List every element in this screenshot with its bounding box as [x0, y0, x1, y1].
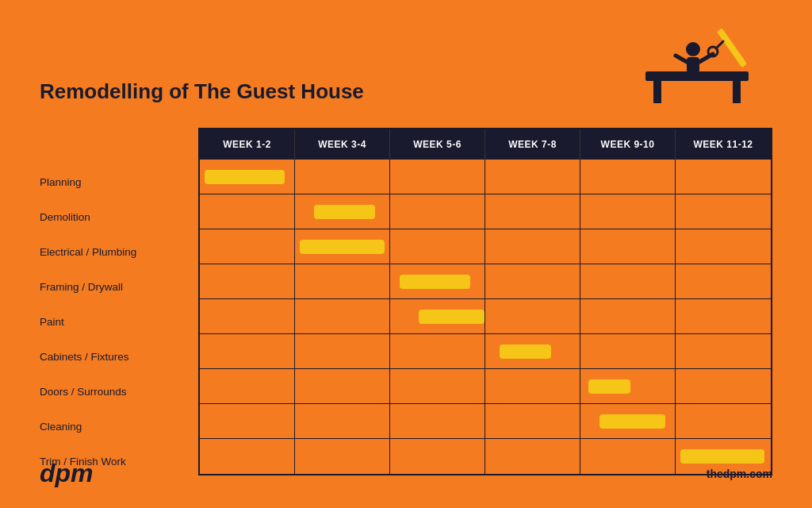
gantt-row-5 — [200, 334, 771, 369]
gantt-cell-3-2 — [390, 264, 485, 298]
svg-rect-2 — [733, 81, 741, 103]
gantt-cell-4-4 — [580, 299, 676, 333]
gantt-header: WEEK 1-2WEEK 3-4WEEK 5-6WEEK 7-8WEEK 9-1… — [200, 129, 771, 160]
gantt-cell-3-0 — [200, 264, 295, 298]
gantt-cell-6-5 — [676, 369, 771, 403]
gantt-cell-6-0 — [200, 369, 295, 403]
footer-logo: dpm — [40, 459, 94, 488]
gantt-cell-3-4 — [580, 264, 676, 298]
illustration — [622, 16, 764, 111]
bar-2 — [300, 240, 385, 254]
gantt-cell-1-4 — [580, 194, 676, 229]
gantt-cell-1-1 — [295, 194, 390, 229]
task-label-1: Demolition — [40, 199, 198, 234]
footer: dpm thedpm.com — [40, 459, 772, 488]
gantt-row-4 — [200, 299, 771, 334]
gantt-grid: WEEK 1-2WEEK 3-4WEEK 5-6WEEK 7-8WEEK 9-1… — [198, 128, 772, 475]
gantt-cell-2-3 — [485, 229, 580, 264]
gantt-cell-4-2 — [390, 299, 485, 333]
gantt-row-6 — [200, 369, 771, 404]
task-label-0: Planning — [40, 164, 198, 199]
header-cell-1: WEEK 3-4 — [295, 129, 390, 160]
gantt-cell-5-5 — [676, 334, 771, 368]
svg-rect-3 — [717, 28, 747, 67]
gantt-cell-5-1 — [295, 334, 390, 368]
gantt-cell-2-4 — [580, 229, 676, 264]
gantt-cell-5-2 — [390, 334, 485, 368]
bar-0 — [205, 170, 285, 184]
gantt-cell-3-1 — [295, 264, 390, 298]
task-label-4: Paint — [40, 304, 198, 339]
gantt-wrapper: PlanningDemolitionElectrical / PlumbingF… — [40, 128, 772, 479]
gantt-body — [200, 160, 771, 474]
gantt-cell-7-2 — [390, 404, 485, 438]
svg-point-4 — [686, 42, 700, 56]
header-cell-2: WEEK 5-6 — [390, 129, 485, 160]
bar-3 — [400, 275, 470, 289]
gantt-cell-7-4 — [580, 404, 676, 438]
gantt-cell-0-1 — [295, 160, 390, 194]
gantt-row-1 — [200, 194, 771, 229]
gantt-cell-1-0 — [200, 194, 295, 229]
gantt-cell-6-3 — [485, 369, 580, 403]
gantt-cell-0-4 — [580, 160, 676, 194]
gantt-cell-2-1 — [295, 229, 390, 264]
gantt-cell-4-0 — [200, 299, 295, 333]
bar-6 — [588, 379, 631, 394]
svg-rect-1 — [653, 81, 661, 103]
task-label-3: Framing / Drywall — [40, 269, 198, 304]
gantt-cell-4-1 — [295, 299, 390, 333]
svg-line-6 — [676, 56, 687, 62]
bar-4 — [419, 310, 485, 324]
gantt-cell-4-5 — [676, 299, 771, 333]
task-label-7: Cleaning — [40, 409, 198, 444]
row-labels: PlanningDemolitionElectrical / PlumbingF… — [40, 128, 198, 479]
svg-rect-5 — [687, 57, 699, 73]
gantt-row-7 — [200, 404, 771, 439]
gantt-cell-7-1 — [295, 404, 390, 438]
gantt-cell-6-2 — [390, 369, 485, 403]
task-label-6: Doors / Surrounds — [40, 374, 198, 409]
gantt-cell-0-3 — [485, 160, 580, 194]
header-cell-0: WEEK 1-2 — [200, 129, 295, 160]
gantt-cell-4-3 — [485, 299, 580, 333]
gantt-cell-3-3 — [485, 264, 580, 298]
gantt-cell-6-1 — [295, 369, 390, 403]
gantt-row-0 — [200, 160, 771, 194]
gantt-cell-5-4 — [580, 334, 676, 368]
task-label-2: Electrical / Plumbing — [40, 234, 198, 269]
gantt-cell-2-0 — [200, 229, 295, 264]
gantt-cell-5-3 — [485, 334, 580, 368]
header-cell-5: WEEK 11-12 — [676, 129, 771, 160]
gantt-cell-3-5 — [676, 264, 771, 298]
gantt-cell-1-5 — [676, 194, 771, 229]
gantt-cell-7-0 — [200, 404, 295, 438]
gantt-cell-6-4 — [580, 369, 676, 403]
footer-url: thedpm.com — [707, 468, 772, 480]
gantt-cell-7-5 — [676, 404, 771, 438]
bar-5 — [500, 344, 551, 359]
gantt-cell-0-5 — [676, 160, 771, 194]
gantt-row-3 — [200, 264, 771, 299]
header-cell-3: WEEK 7-8 — [485, 129, 580, 160]
gantt-cell-7-3 — [485, 404, 580, 438]
gantt-cell-0-2 — [390, 160, 485, 194]
page-wrapper: Remodelling of The Guest House PlanningD… — [0, 0, 812, 508]
gantt-cell-5-0 — [200, 334, 295, 368]
bar-1 — [314, 205, 375, 219]
gantt-cell-0-0 — [200, 160, 295, 194]
gantt-cell-2-5 — [676, 229, 771, 264]
bar-7 — [599, 414, 665, 429]
gantt-cell-2-2 — [390, 229, 485, 264]
gantt-cell-1-2 — [390, 194, 485, 229]
header-cell-4: WEEK 9-10 — [580, 129, 676, 160]
gantt-cell-1-3 — [485, 194, 580, 229]
svg-line-9 — [716, 41, 723, 48]
task-label-5: Cabinets / Fixtures — [40, 339, 198, 374]
gantt-row-2 — [200, 229, 771, 264]
